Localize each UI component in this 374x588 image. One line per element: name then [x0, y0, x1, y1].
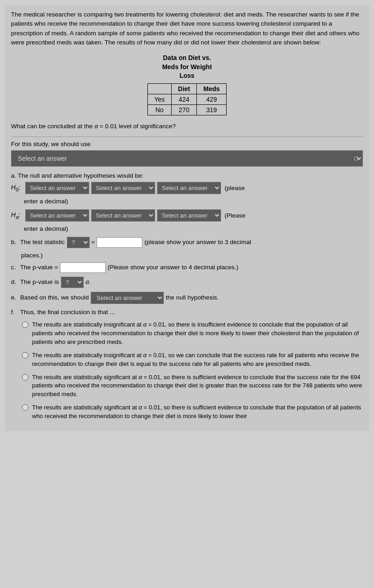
conclusion-radio-1[interactable] — [22, 321, 28, 328]
question-text: What can be concluded at the α = 0.01 le… — [11, 122, 363, 131]
parts-section: b. The test statistic ? = (please show y… — [11, 237, 363, 317]
table-row: No 270 319 — [147, 104, 226, 115]
h0-label: H0: — [11, 184, 21, 192]
part-b-note-cont: places.) — [11, 252, 363, 259]
table-cell-no-meds: 319 — [197, 104, 227, 115]
part-f-row: f. Thus, the final conclusion is that ..… — [11, 308, 363, 317]
main-container: The medical researcher is comparing two … — [5, 5, 369, 431]
conclusion-text-3: The results are statistically significan… — [32, 373, 363, 399]
conclusion-item-4: The results are statistically significan… — [22, 403, 363, 421]
part-d-label: d. — [11, 278, 18, 287]
ha-select3[interactable]: Select an answer — [157, 209, 221, 222]
table-cell-no-diet: 270 — [171, 104, 196, 115]
part-b-label: b. — [11, 238, 18, 247]
conclusion-item-3: The results are statistically significan… — [22, 373, 363, 399]
intro-text: The medical researcher is comparing two … — [11, 10, 363, 47]
alpha-symbol: α — [94, 123, 98, 130]
conclusion-section: The results are statistically insignific… — [11, 321, 363, 420]
table-header-empty — [147, 83, 171, 94]
part-d-row: d. The p-value is ? α. — [11, 277, 363, 288]
h0-section: H0: Select an answer Select an answer Se… — [11, 182, 363, 205]
ha-note-cont: enter a decimal) — [11, 225, 363, 232]
ha-row: Ha: Select an answer Select an answer Se… — [11, 209, 363, 222]
hypothesis-action-select[interactable]: Select an answer — [91, 292, 164, 304]
conclusion-text-2: The results are statistically insignific… — [32, 351, 363, 369]
conclusion-radio-4[interactable] — [22, 404, 28, 411]
table-row: Yes 424 429 — [147, 94, 226, 104]
conclusion-item-2: The results are statistically insignific… — [22, 351, 363, 369]
ha-section: Ha: Select an answer Select an answer Se… — [11, 209, 363, 232]
part-e-row: e. Based on this, we should Select an an… — [11, 292, 363, 304]
h0-row: H0: Select an answer Select an answer Se… — [11, 182, 363, 194]
ha-label: Ha: — [11, 211, 21, 220]
divider — [11, 136, 363, 137]
h0-note: (please — [225, 185, 245, 191]
h0-select3[interactable]: Select an answer — [157, 182, 221, 194]
part-f-text: Thus, the final conclusion is that ... — [20, 308, 115, 317]
ha-select2[interactable]: Select an answer — [91, 209, 155, 222]
conclusion-radio-2[interactable] — [22, 352, 28, 359]
data-table: Diet Meds Yes 424 429 No 270 319 — [147, 83, 227, 115]
part-b-note: (please show your answer to 3 decimal — [144, 238, 251, 247]
conclusion-text-1: The results are statistically insignific… — [32, 321, 363, 347]
h0-select1[interactable]: Select an answer — [25, 182, 89, 194]
h0-select2[interactable]: Select an answer — [91, 182, 155, 194]
part-c-label: c. — [11, 263, 18, 272]
part-e-label: e. — [11, 293, 18, 302]
conclusion-text-4: The results are statistically significan… — [32, 403, 363, 421]
table-cell-yes-meds: 429 — [197, 94, 227, 104]
p-value-comparison-select[interactable]: ? — [61, 277, 84, 288]
study-use-label: For this study, we should use — [11, 141, 363, 147]
part-b-text1: The test statistic — [20, 238, 65, 247]
table-cell-yes-label: Yes — [147, 94, 171, 104]
h0-note-cont: enter a decimal) — [11, 198, 363, 205]
part-c-note: (Please show your answer to 4 decimal pl… — [108, 263, 238, 272]
conclusion-radio-3[interactable] — [22, 374, 28, 381]
table-cell-yes-diet: 424 — [171, 94, 196, 104]
part-d-text1: The p-value is — [20, 278, 59, 287]
conclusion-item-1: The results are statistically insignific… — [22, 321, 363, 347]
test-statistic-type-select[interactable]: ? — [67, 237, 90, 248]
test-statistic-input[interactable] — [97, 237, 142, 248]
equals-sign: = — [92, 238, 95, 247]
part-b-row: b. The test statistic ? = (please show y… — [11, 237, 363, 248]
table-cell-no-label: No — [147, 104, 171, 115]
table-header-diet: Diet — [171, 83, 196, 94]
table-header-meds: Meds — [197, 83, 227, 94]
ha-note: (Please — [225, 212, 246, 219]
h0-sub: 0 — [16, 186, 18, 192]
part-a-label: a. The null and alternative hypotheses w… — [11, 172, 363, 179]
table-title: Data on Diet vs.Meds for WeightLoss — [11, 54, 363, 81]
ha-sub: a — [16, 214, 18, 220]
part-f-label: f. — [11, 308, 18, 317]
study-use-wrapper: Select an answer — [11, 150, 363, 167]
p-value-input[interactable] — [60, 262, 106, 273]
part-d-alpha: α. — [86, 278, 91, 287]
study-use-select[interactable]: Select an answer — [11, 150, 363, 167]
part-c-text: The p-value = — [20, 263, 58, 272]
part-e-text2: the null hypothesis. — [166, 293, 219, 302]
table-section: Data on Diet vs.Meds for WeightLoss Diet… — [11, 54, 363, 115]
part-e-text1: Based on this, we should — [20, 293, 89, 302]
part-c-row: c. The p-value = (Please show your answe… — [11, 262, 363, 273]
ha-select1[interactable]: Select an answer — [25, 209, 89, 222]
